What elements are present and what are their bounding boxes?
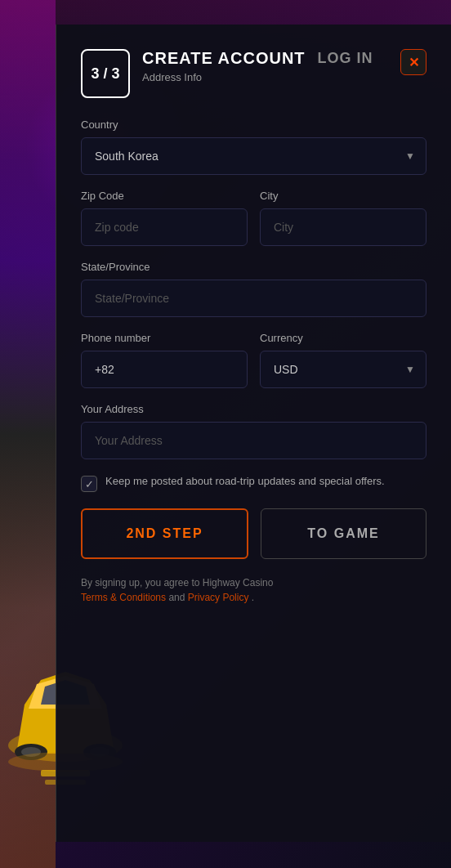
country-section: Country South Korea United States United… <box>81 119 426 175</box>
step-badge-text: 3 / 3 <box>91 65 119 83</box>
action-buttons-row: 2ND STEP TO GAME <box>81 508 426 559</box>
city-label: City <box>260 190 426 202</box>
close-button[interactable]: ✕ <box>400 49 426 75</box>
address-label: Your Address <box>81 403 426 415</box>
currency-select[interactable]: USD EUR GBP CAD AUD <box>260 351 426 388</box>
modal-container: 3 / 3 CREATE ACCOUNT LOG IN Address Info… <box>56 25 451 842</box>
currency-section: Currency USD EUR GBP CAD AUD ▼ <box>260 332 426 388</box>
phone-currency-row: Phone number Currency USD EUR GBP CAD AU… <box>81 332 426 403</box>
footer-period: . <box>252 592 254 603</box>
back-button[interactable]: 2ND STEP <box>81 508 248 559</box>
header-top-row: CREATE ACCOUNT LOG IN <box>142 49 388 68</box>
currency-label: Currency <box>260 332 426 344</box>
country-select[interactable]: South Korea United States United Kingdom… <box>81 137 426 175</box>
zip-code-label: Zip Code <box>81 190 248 202</box>
state-label: State/Province <box>81 261 426 273</box>
zip-city-row: Zip Code City <box>81 190 426 261</box>
address-section: Your Address <box>81 403 426 459</box>
checkbox-check-icon: ✓ <box>85 478 94 490</box>
footer-text: By signing up, you agree to Highway Casi… <box>81 575 426 605</box>
privacy-link[interactable]: Privacy Policy <box>188 592 249 603</box>
country-select-wrapper: South Korea United States United Kingdom… <box>81 137 426 175</box>
phone-section: Phone number <box>81 332 248 388</box>
header-titles: CREATE ACCOUNT LOG IN Address Info <box>142 49 388 83</box>
terms-link[interactable]: Terms & Conditions <box>81 592 166 603</box>
close-icon: ✕ <box>409 55 419 70</box>
currency-select-wrapper: USD EUR GBP CAD AUD ▼ <box>260 351 426 388</box>
zip-code-section: Zip Code <box>81 190 248 246</box>
phone-input[interactable] <box>81 351 248 388</box>
subtitle-label: Address Info <box>142 71 388 83</box>
state-section: State/Province <box>81 261 426 317</box>
footer-text-before: By signing up, you agree to Highway Casi… <box>81 577 273 588</box>
modal-header: 3 / 3 CREATE ACCOUNT LOG IN Address Info… <box>81 49 426 98</box>
state-input[interactable] <box>81 280 426 317</box>
country-label: Country <box>81 119 426 131</box>
phone-label: Phone number <box>81 332 248 344</box>
create-account-title: CREATE ACCOUNT <box>142 49 306 68</box>
city-input[interactable] <box>260 208 426 246</box>
footer-text-middle: and <box>168 592 187 603</box>
address-input[interactable] <box>81 422 426 459</box>
zip-code-input[interactable] <box>81 208 248 246</box>
checkbox-label: Keep me posted about road-trip updates a… <box>105 474 385 489</box>
city-section: City <box>260 190 426 246</box>
log-in-link[interactable]: LOG IN <box>318 50 373 67</box>
step-badge: 3 / 3 <box>81 49 130 98</box>
checkbox-row: ✓ Keep me posted about road-trip updates… <box>81 474 426 492</box>
newsletter-checkbox[interactable]: ✓ <box>81 476 97 492</box>
to-game-button[interactable]: TO GAME <box>261 508 426 559</box>
